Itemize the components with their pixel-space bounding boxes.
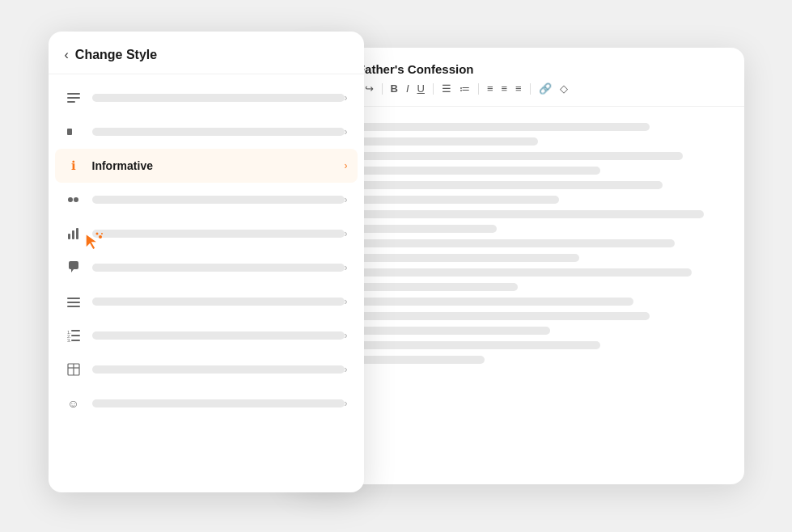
svg-rect-11 xyxy=(72,230,74,239)
back-button[interactable]: ‹ xyxy=(65,48,69,62)
toolbar-separator-4 xyxy=(530,83,531,95)
svg-rect-12 xyxy=(76,228,78,239)
style-item-quote[interactable]: › xyxy=(49,183,364,217)
chevron-right-icon: › xyxy=(345,228,348,239)
style-item-numbered[interactable]: 1. 2. 3. › xyxy=(49,319,364,353)
align-right-icon[interactable]: ≡ xyxy=(514,81,523,96)
style-item-bar xyxy=(92,264,345,272)
svg-rect-0 xyxy=(67,93,80,95)
heading-icon xyxy=(65,123,83,141)
style-item-heading[interactable]: › xyxy=(49,115,364,149)
style-item-informative[interactable]: ℹ Informative › xyxy=(55,149,358,183)
bold-icon[interactable]: B xyxy=(389,81,400,96)
chevron-right-icon: › xyxy=(345,126,348,137)
underline-icon[interactable]: U xyxy=(416,81,426,96)
svg-rect-21 xyxy=(71,340,80,341)
svg-rect-17 xyxy=(71,330,80,331)
informative-icon: ℹ xyxy=(65,157,83,175)
toolbar-separator-2 xyxy=(433,83,434,95)
unordered-list-icon[interactable]: ☰ xyxy=(440,81,453,96)
style-item-emoji[interactable]: ☺ › xyxy=(49,386,364,420)
editor-header-right: A Father's Confession ↩ ↪ B I U ☰ ≔ ≡ ≡ … xyxy=(346,62,728,96)
svg-rect-10 xyxy=(68,234,70,239)
style-item-bar xyxy=(92,298,345,306)
text-line xyxy=(311,268,692,277)
style-item-bar xyxy=(92,196,345,204)
chevron-right-icon: › xyxy=(345,296,348,307)
style-menu-card: ‹ Change Style › xyxy=(49,32,364,492)
style-item-paragraph[interactable]: › xyxy=(49,81,364,115)
svg-point-8 xyxy=(68,197,73,202)
style-list: › › ℹ Informative › xyxy=(49,74,364,427)
text-line xyxy=(311,152,684,160)
eraser-icon[interactable]: ◇ xyxy=(558,81,570,96)
style-menu-header: ‹ Change Style xyxy=(49,32,364,74)
quote-icon xyxy=(65,191,83,209)
redo-icon[interactable]: ↪ xyxy=(363,81,375,96)
align-center-icon[interactable]: ≡ xyxy=(500,81,510,96)
style-item-bar xyxy=(92,365,345,374)
chevron-right-icon: › xyxy=(345,330,348,341)
style-item-chart[interactable]: › xyxy=(49,217,364,251)
chevron-right-icon: › xyxy=(345,194,348,205)
chevron-right-icon: › xyxy=(345,364,348,375)
editor-title: A Father's Confession xyxy=(346,62,728,76)
table-icon xyxy=(65,361,83,378)
chevron-right-active-icon: › xyxy=(345,160,348,171)
style-menu-title: Change Style xyxy=(75,48,157,62)
style-item-callout[interactable]: › xyxy=(49,251,364,285)
svg-text:3.: 3. xyxy=(67,338,71,342)
style-item-bar xyxy=(92,94,345,102)
text-line xyxy=(311,239,676,247)
ordered-list-icon[interactable]: ≔ xyxy=(458,81,472,96)
text-line xyxy=(311,210,704,218)
emoji-icon: ☺ xyxy=(65,395,83,412)
style-item-bar xyxy=(92,230,345,238)
style-item-table[interactable]: › xyxy=(49,353,364,386)
style-item-list[interactable]: › xyxy=(49,285,364,319)
svg-point-9 xyxy=(74,197,78,202)
svg-rect-19 xyxy=(71,335,80,336)
align-left-icon[interactable]: ≡ xyxy=(485,81,495,96)
svg-rect-3 xyxy=(67,129,72,135)
style-item-bar xyxy=(92,399,345,407)
toolbar-separator-3 xyxy=(478,83,479,95)
scene: A Father's Confession ↩ ↪ B I U ☰ ≔ ≡ ≡ … xyxy=(49,32,744,500)
style-item-bar xyxy=(92,128,345,136)
paragraph-icon xyxy=(65,89,83,107)
chevron-right-icon: › xyxy=(345,92,348,103)
style-item-bar xyxy=(92,331,345,340)
link-icon[interactable]: 🔗 xyxy=(537,81,553,96)
chart-icon xyxy=(65,225,83,243)
svg-rect-14 xyxy=(67,302,80,303)
svg-rect-15 xyxy=(67,306,80,307)
numbered-list-icon: 1. 2. 3. xyxy=(65,327,83,344)
toolbar-separator xyxy=(382,83,383,95)
svg-rect-13 xyxy=(67,298,80,299)
svg-rect-2 xyxy=(67,101,75,103)
callout-icon xyxy=(65,259,83,277)
italic-icon[interactable]: I xyxy=(404,81,411,96)
chevron-right-icon: › xyxy=(345,262,348,273)
style-item-informative-label: Informative xyxy=(92,159,153,172)
svg-rect-1 xyxy=(67,97,80,99)
chevron-right-icon: › xyxy=(345,398,348,409)
editor-toolbar: ↩ ↪ B I U ☰ ≔ ≡ ≡ ≡ 🔗 ◇ xyxy=(346,81,728,96)
list-icon xyxy=(65,293,83,310)
